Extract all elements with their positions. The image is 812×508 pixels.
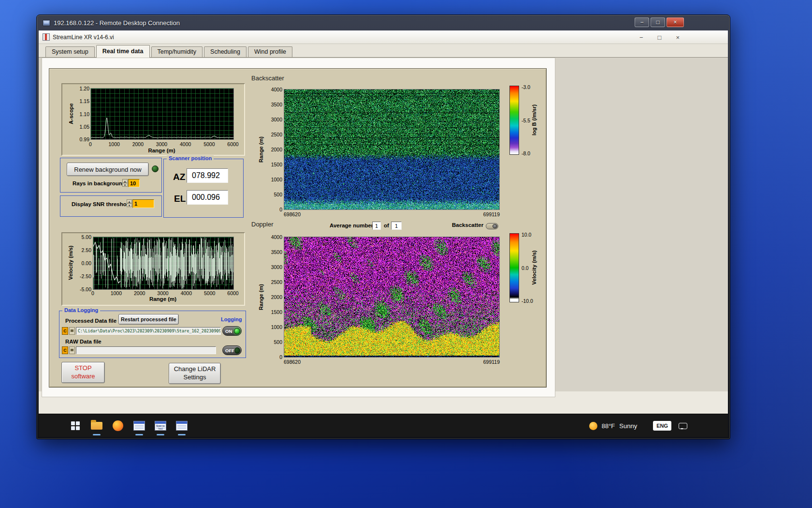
- tab-wind-profile[interactable]: Wind profile: [248, 46, 292, 57]
- data-logging-title: Data Logging: [62, 307, 100, 313]
- firefox-button[interactable]: [109, 415, 127, 436]
- tick-label: -8.0: [522, 150, 530, 156]
- tick-label: 2.50: [82, 247, 91, 253]
- labview-vi-2-button[interactable]: [173, 415, 190, 436]
- stop-software-button[interactable]: STOP software: [61, 362, 105, 383]
- start-icon: [71, 421, 80, 430]
- tick-label: 1.10: [80, 111, 89, 117]
- taskbar-icons: Scan sched: [67, 414, 190, 437]
- average-number-field[interactable]: 1: [372, 222, 381, 230]
- tick-label: 2000: [271, 147, 282, 152]
- doppler-colorbar[interactable]: [509, 233, 519, 302]
- elevation-field[interactable]: 000.096: [187, 190, 228, 205]
- app-title: StreamLine XR v14-6.vi: [53, 34, 114, 41]
- tick-label: 0: [91, 290, 94, 296]
- tick-label: 1500: [271, 309, 282, 315]
- ascope-x-axis: 0100020003000400050006000: [90, 141, 233, 147]
- processed-path-field[interactable]: C:\Lidar\Data\Proc\2023\202309\20230909\…: [76, 327, 221, 335]
- processed-logging-toggle[interactable]: ON: [222, 326, 242, 336]
- tick-label: 1500: [271, 162, 282, 167]
- snr-increment-icon[interactable]: ▲: [127, 199, 132, 203]
- rdp-minimize-button[interactable]: −: [635, 17, 649, 27]
- restart-processed-file-button[interactable]: Restart processed file: [118, 314, 179, 325]
- weather-sun-icon[interactable]: [589, 422, 597, 430]
- file-explorer-button[interactable]: [88, 415, 105, 436]
- scanner-position-title: Scanner position: [167, 155, 214, 161]
- rdp-maximize-button[interactable]: □: [651, 17, 665, 27]
- app-close-button[interactable]: ×: [676, 34, 680, 41]
- rays-spinner[interactable]: ▲ ▼: [122, 179, 128, 187]
- tab-system-setup[interactable]: System setup: [45, 46, 95, 57]
- backscatter-y-label: Range (m): [258, 136, 264, 163]
- tick-label: 5.00: [82, 234, 91, 240]
- ascope-x-label: Range (m): [90, 148, 233, 153]
- renew-background-button[interactable]: Renew background now: [67, 163, 149, 176]
- labview-vi-1-button[interactable]: [130, 415, 148, 436]
- average-total-field[interactable]: 1: [391, 222, 402, 230]
- raw-path-field[interactable]: [76, 346, 216, 354]
- tick-label: 1000: [108, 141, 119, 147]
- snr-threshold-field[interactable]: 1: [132, 199, 154, 208]
- ascope-y-axis: 1.201.151.101.050.99: [73, 89, 89, 139]
- raw-data-file-label: RAW Data file: [65, 339, 102, 344]
- running-indicator: [93, 434, 101, 435]
- backscatter-x-axis: 698620 699119: [284, 211, 500, 217]
- rdp-window-controls: − □ ×: [635, 17, 684, 27]
- azimuth-label: AZ: [173, 172, 185, 182]
- weather-temperature[interactable]: 88°F: [602, 422, 615, 430]
- rays-decrement-icon[interactable]: ▼: [122, 183, 128, 187]
- tick-label: 1.05: [80, 124, 89, 130]
- backscatter-colorbar[interactable]: [509, 86, 519, 155]
- backscatter-x-end: 699119: [483, 211, 500, 217]
- backscatter-display-toggle[interactable]: [486, 223, 498, 229]
- processed-toggle-led: [234, 328, 240, 334]
- snr-threshold-label: Display SNR threshold: [72, 201, 131, 207]
- ascope-plot: [90, 88, 234, 140]
- weather-condition[interactable]: Sunny: [619, 422, 637, 430]
- change-lidar-settings-button[interactable]: Change LiDAR Settings: [169, 363, 221, 384]
- scan-scheduler-button[interactable]: Scan sched: [152, 415, 169, 436]
- snr-spinner[interactable]: ▲ ▼: [127, 199, 132, 207]
- rays-increment-icon[interactable]: ▲: [122, 179, 128, 183]
- app-restore-button[interactable]: □: [658, 34, 662, 41]
- raw-drive-badge[interactable]: C: [62, 346, 68, 354]
- processed-drive-badge[interactable]: C: [62, 327, 68, 335]
- tab-scheduling[interactable]: Scheduling: [204, 46, 246, 57]
- scan-scheduler-icon-label: Scan sched: [156, 424, 165, 430]
- tick-label: 2000: [134, 290, 145, 296]
- processed-browse-icon[interactable]: [69, 327, 75, 335]
- tick-label: 500: [274, 339, 282, 345]
- notifications-icon[interactable]: [679, 423, 687, 429]
- raw-browse-icon[interactable]: [69, 346, 75, 354]
- tick-label: 4000: [181, 290, 192, 296]
- vi-icon: [43, 33, 50, 41]
- vi-window-icon: [176, 421, 188, 431]
- computer-icon: [43, 20, 50, 26]
- raw-logging-toggle[interactable]: OFF: [222, 345, 242, 355]
- language-indicator[interactable]: ENG: [653, 421, 671, 431]
- app-titlebar[interactable]: StreamLine XR v14-6.vi − □ ×: [39, 30, 728, 44]
- tab-temp-humidity[interactable]: Temp/humidity: [151, 46, 203, 57]
- start-button[interactable]: [67, 415, 84, 436]
- rdp-close-button[interactable]: ×: [667, 17, 684, 27]
- app-window-controls: − □ ×: [639, 30, 680, 44]
- tick-label: 2000: [271, 294, 282, 300]
- backscatter-y-axis: 40003500300025002000150010005000: [265, 90, 282, 209]
- doppler-y-label: Range (m): [258, 284, 264, 310]
- change-button-line1: Change LiDAR: [174, 365, 216, 374]
- processed-path-text: C:\Lidar\Data\Proc\2023\202309\20230909\…: [78, 329, 221, 333]
- rdp-titlebar[interactable]: 192.168.0.122 - Remote Desktop Connectio…: [37, 15, 730, 30]
- stop-button-line1: STOP: [74, 364, 91, 373]
- snr-decrement-icon[interactable]: ▼: [127, 203, 132, 207]
- doppler-x-end: 699119: [483, 359, 500, 365]
- rays-in-background-field[interactable]: 10: [128, 179, 140, 187]
- tick-label: 5000: [204, 290, 215, 296]
- doppler-title: Doppler: [251, 221, 274, 228]
- tick-label: 6000: [227, 141, 238, 147]
- azimuth-field[interactable]: 078.992: [187, 168, 228, 183]
- tick-label: 4000: [180, 141, 191, 147]
- tick-label: 2500: [271, 279, 282, 285]
- app-minimize-button[interactable]: −: [639, 34, 643, 41]
- tab-real-time-data[interactable]: Real time data: [96, 45, 150, 58]
- tick-label: 3000: [271, 117, 282, 122]
